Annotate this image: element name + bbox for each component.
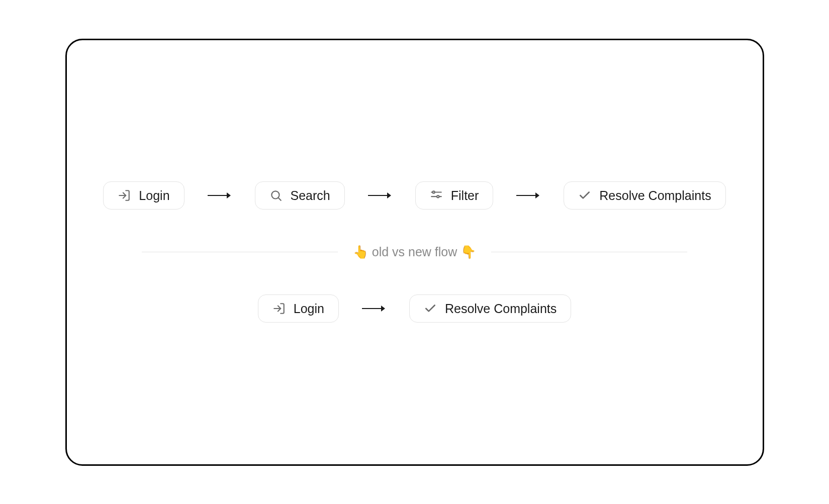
step-resolve: Resolve Complaints xyxy=(409,294,571,323)
check-icon xyxy=(424,302,437,315)
check-icon xyxy=(578,189,591,202)
step-label: Login xyxy=(139,189,169,202)
login-icon xyxy=(118,189,131,202)
step-search: Search xyxy=(255,181,345,210)
divider-row: 👆 old vs new flow 👇 xyxy=(142,245,687,259)
svg-point-10 xyxy=(437,195,439,197)
divider-line xyxy=(142,252,338,252)
step-label: Resolve Complaints xyxy=(445,303,557,315)
arrow-right-icon xyxy=(515,191,541,200)
step-label: Filter xyxy=(451,189,479,202)
old-flow-row: Login Search xyxy=(103,181,725,210)
step-resolve: Resolve Complaints xyxy=(564,181,725,210)
step-label: Login xyxy=(294,303,324,315)
divider-line xyxy=(491,252,687,252)
step-label: Resolve Complaints xyxy=(599,189,711,202)
step-filter: Filter xyxy=(415,181,494,210)
step-login: Login xyxy=(258,294,339,323)
svg-line-3 xyxy=(279,198,281,200)
arrow-right-icon xyxy=(207,191,233,200)
step-label: Search xyxy=(291,189,330,202)
divider-label: 👆 old vs new flow 👇 xyxy=(353,245,476,259)
diagram-frame: Login Search xyxy=(65,39,764,466)
svg-point-7 xyxy=(432,191,434,193)
new-flow-row: Login Resolve Complaints xyxy=(258,294,572,323)
arrow-right-icon xyxy=(367,191,393,200)
filter-icon xyxy=(430,189,443,202)
search-icon xyxy=(269,189,283,202)
step-login: Login xyxy=(103,181,184,210)
login-icon xyxy=(272,302,286,315)
svg-point-2 xyxy=(271,191,279,198)
arrow-right-icon xyxy=(361,304,387,313)
